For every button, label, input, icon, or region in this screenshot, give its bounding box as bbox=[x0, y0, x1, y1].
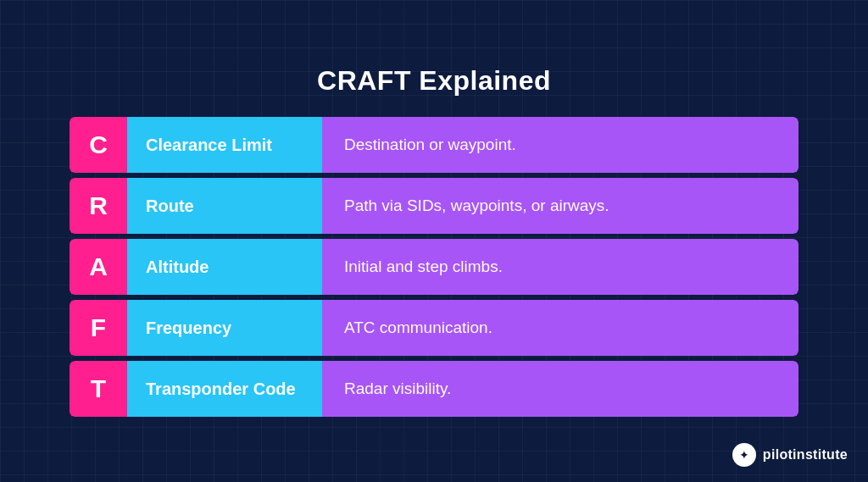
desc-cell-1: Path via SIDs, waypoints, or airways. bbox=[322, 178, 798, 234]
table-row: TTransponder CodeRadar visibility. bbox=[70, 361, 798, 417]
desc-cell-2: Initial and step climbs. bbox=[322, 239, 798, 295]
letter-cell-t: T bbox=[70, 361, 127, 417]
term-cell-3: Frequency bbox=[127, 300, 322, 356]
term-cell-2: Altitude bbox=[127, 239, 322, 295]
letter-cell-r: R bbox=[70, 178, 127, 234]
logo-icon: ✦ bbox=[732, 443, 756, 467]
table-row: FFrequencyATC communication. bbox=[70, 300, 798, 356]
page-title: CRAFT Explained bbox=[317, 65, 551, 97]
desc-cell-4: Radar visibility. bbox=[322, 361, 798, 417]
logo-text: pilotinstitute bbox=[763, 447, 848, 463]
table-row: RRoutePath via SIDs, waypoints, or airwa… bbox=[70, 178, 798, 234]
desc-cell-0: Destination or waypoint. bbox=[322, 117, 798, 173]
table-row: CClearance LimitDestination or waypoint. bbox=[70, 117, 798, 173]
letter-cell-f: F bbox=[70, 300, 127, 356]
logo-star-icon: ✦ bbox=[739, 449, 749, 461]
table-row: AAltitudeInitial and step climbs. bbox=[70, 239, 798, 295]
term-cell-1: Route bbox=[127, 178, 322, 234]
logo-area: ✦ pilotinstitute bbox=[732, 443, 848, 467]
letter-cell-a: A bbox=[70, 239, 127, 295]
letter-cell-c: C bbox=[70, 117, 127, 173]
desc-cell-3: ATC communication. bbox=[322, 300, 798, 356]
craft-table: CClearance LimitDestination or waypoint.… bbox=[70, 117, 798, 417]
term-cell-4: Transponder Code bbox=[127, 361, 322, 417]
term-cell-0: Clearance Limit bbox=[127, 117, 322, 173]
